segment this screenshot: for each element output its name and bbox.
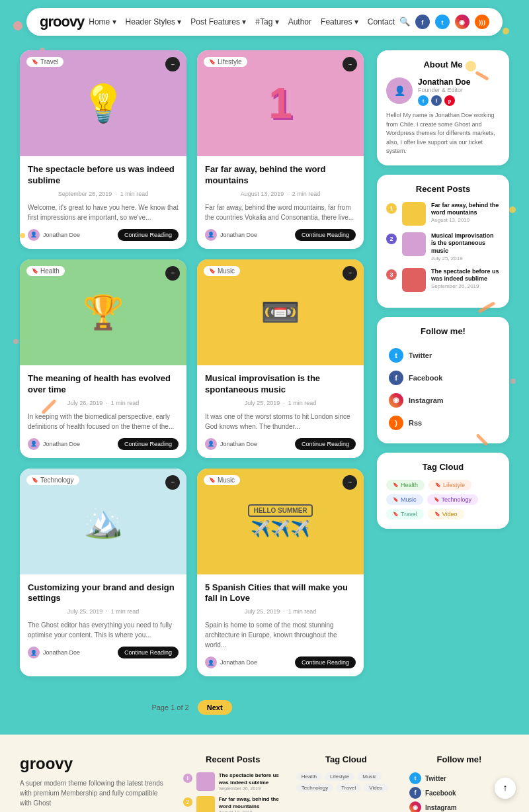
nav-features[interactable]: Features ▾: [321, 17, 358, 26]
tag-video[interactable]: Video: [428, 509, 464, 519]
footer-recent-thumb-1: [196, 772, 215, 791]
card-excerpt-3: In keeping with the biomedical perspecti…: [28, 412, 179, 431]
footer-tags: Health Lifestyle Music Technology Travel…: [296, 772, 396, 792]
scroll-to-top-button[interactable]: ↑: [495, 778, 516, 799]
continue-reading-btn-3[interactable]: Continue Reading: [118, 438, 179, 450]
author-avatar-5: 👤: [28, 647, 40, 658]
card-menu-3[interactable]: [165, 266, 180, 281]
nav-header-styles[interactable]: Header Styles ▾: [126, 17, 182, 26]
recent-post-title-1[interactable]: Far far away, behind the word mountains: [431, 202, 500, 217]
tag-music[interactable]: Music: [386, 494, 423, 505]
continue-reading-btn-6[interactable]: Continue Reading: [295, 656, 356, 668]
card-menu-1[interactable]: [165, 57, 180, 71]
continue-reading-btn-2[interactable]: Continue Reading: [295, 229, 356, 241]
site-logo[interactable]: groovy: [40, 13, 84, 30]
card-meta-6: July 25, 2019 · 1 min read: [205, 608, 356, 615]
tag-health[interactable]: Health: [386, 480, 425, 490]
footer-recent-text-2: Far far away, behind the word mountains …: [219, 796, 283, 812]
about-role: Founder & Editor: [418, 87, 470, 93]
card-title-5: Customizing your brand and design settin…: [28, 582, 179, 605]
tag-technology[interactable]: Technology: [427, 494, 479, 505]
footer: groovy A super modern theme following th…: [0, 735, 529, 812]
facebook-link[interactable]: f: [415, 15, 430, 29]
search-icon[interactable]: 🔍: [399, 17, 410, 27]
footer-follow-twitter[interactable]: t Twitter: [409, 772, 509, 784]
card-meta-2: August 13, 2019 · 2 min read: [205, 191, 356, 197]
post-card-3: Health 🏆 The meaning of health has evolv…: [20, 259, 186, 458]
footer-recent-title-2[interactable]: Far far away, behind the word mountains: [219, 796, 283, 810]
card-badge-6[interactable]: Music: [204, 475, 240, 485]
card-menu-6[interactable]: [343, 475, 357, 490]
card-illustration-1: 💡: [81, 82, 126, 125]
recent-thumb-3: [402, 268, 426, 292]
card-image-6: Music HELLO SUMMER ✈️✈️✈️: [197, 469, 364, 574]
footer-tag-technology[interactable]: Technology: [296, 784, 333, 792]
tag-lifestyle[interactable]: Lifestyle: [428, 480, 471, 490]
card-badge-2[interactable]: Lifestyle: [204, 57, 247, 67]
continue-reading-btn-4[interactable]: Continue Reading: [295, 438, 356, 450]
card-badge-3[interactable]: Health: [26, 266, 65, 276]
rss-link[interactable]: ))): [475, 15, 489, 29]
card-illustration-2: 1: [268, 82, 292, 124]
card-footer-1: 👤 Jonathan Doe Continue Reading: [28, 229, 179, 241]
posts-row-3: Technology 🏔️ Customizing your brand and…: [20, 469, 364, 677]
footer-tag-health[interactable]: Health: [296, 772, 322, 781]
recent-posts-card: Recent Posts 1 Far far away, behind the …: [377, 175, 509, 308]
nav-tag[interactable]: #Tag ▾: [255, 17, 278, 26]
footer-tag-music[interactable]: Music: [357, 772, 382, 781]
next-page-button[interactable]: Next: [198, 700, 232, 715]
follow-me-title: Follow me!: [386, 326, 500, 336]
continue-reading-btn-1[interactable]: Continue Reading: [118, 229, 179, 241]
card-menu-2[interactable]: [343, 57, 357, 71]
card-badge-1[interactable]: Travel: [26, 57, 63, 67]
card-illustration-5: 🏔️: [83, 503, 123, 540]
recent-num-3: 3: [386, 269, 397, 280]
about-social-links: t f p: [418, 95, 470, 106]
continue-reading-btn-5[interactable]: Continue Reading: [118, 647, 179, 658]
facebook-follow-icon: f: [389, 371, 403, 385]
recent-post-title-2[interactable]: Musical improvisation is the spontaneous…: [431, 232, 500, 255]
about-other[interactable]: p: [444, 95, 455, 106]
about-twitter[interactable]: t: [418, 95, 428, 106]
card-menu-5[interactable]: [165, 475, 180, 490]
recent-num-2: 2: [386, 234, 397, 244]
footer-recent-item-2: 2 Far far away, behind the word mountain…: [183, 796, 283, 812]
author-avatar-6: 👤: [205, 656, 217, 668]
nav-home[interactable]: Home ▾: [89, 17, 116, 26]
recent-post-title-3[interactable]: The spectacle before us was indeed subli…: [431, 268, 500, 283]
nav-post-features[interactable]: Post Features ▾: [190, 17, 246, 26]
card-author-1: 👤 Jonathan Doe: [28, 229, 80, 241]
footer-tag-travel[interactable]: Travel: [336, 784, 361, 792]
card-author-3: 👤 Jonathan Doe: [28, 438, 80, 450]
card-image-1: Travel 💡: [20, 50, 186, 156]
card-excerpt-4: It was one of the worst storms to hit Lo…: [205, 412, 356, 431]
instagram-link[interactable]: ◉: [455, 15, 469, 29]
about-info: Jonathan Doe Founder & Editor t f p: [418, 77, 470, 106]
card-title-3: The meaning of health has evolved over t…: [28, 373, 179, 396]
card-badge-4[interactable]: Music: [204, 266, 240, 276]
footer-tag-video[interactable]: Video: [364, 784, 387, 792]
twitter-link[interactable]: t: [435, 15, 450, 29]
card-excerpt-6: Spain is home to some of the most stunni…: [205, 620, 356, 650]
card-title-2: Far far away, behind the word mountains: [205, 164, 356, 187]
footer-recent-text-1: The spectacle before us was indeed subli…: [219, 772, 283, 791]
card-badge-5[interactable]: Technology: [26, 475, 79, 485]
tag-travel[interactable]: Travel: [386, 509, 424, 519]
follow-rss[interactable]: ) Rss: [386, 412, 500, 434]
nav-author[interactable]: Author: [288, 17, 311, 26]
footer-tag-lifestyle[interactable]: Lifestyle: [325, 772, 354, 781]
recent-post-info-1: Far far away, behind the word mountains …: [431, 202, 500, 223]
card-menu-4[interactable]: [343, 266, 357, 281]
about-me-title: About Me: [386, 60, 500, 69]
follow-instagram[interactable]: ◉ Instagram: [386, 389, 500, 412]
card-body-5: Customizing your brand and design settin…: [20, 574, 186, 667]
follow-twitter[interactable]: t Twitter: [386, 344, 500, 367]
follow-facebook[interactable]: f Facebook: [386, 367, 500, 389]
card-image-5: Technology 🏔️: [20, 469, 186, 574]
footer-follow-instagram[interactable]: ◉ Instagram: [409, 801, 509, 812]
footer-logo[interactable]: groovy: [20, 754, 170, 773]
nav-contact[interactable]: Contact: [368, 17, 395, 26]
rss-follow-icon: ): [389, 416, 403, 430]
about-facebook[interactable]: f: [431, 95, 442, 106]
footer-recent-title-1[interactable]: The spectacle before us was indeed subli…: [219, 772, 283, 786]
